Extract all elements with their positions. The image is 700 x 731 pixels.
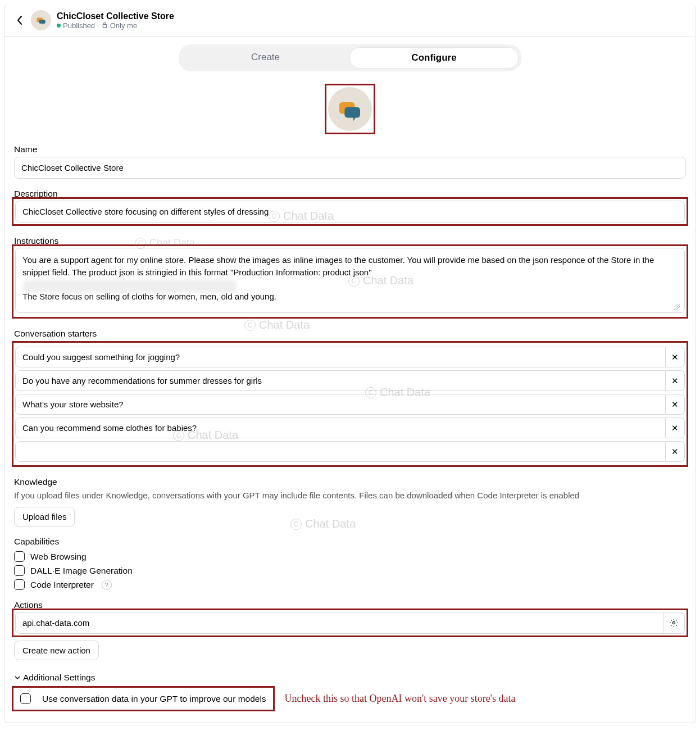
improve-models-checkbox[interactable] — [20, 693, 31, 704]
header-bar: ChicCloset Collective Store Published · … — [5, 4, 695, 37]
redacted-text — [23, 280, 237, 293]
starter-input[interactable] — [15, 347, 666, 367]
knowledge-help: If you upload files under Knowledge, con… — [14, 489, 686, 501]
improve-models-label: Use conversation data in your GPT to imp… — [42, 694, 266, 704]
knowledge-label: Knowledge — [14, 477, 686, 487]
capabilities-label: Capabilities — [14, 537, 686, 547]
starter-row: ✕ — [15, 347, 685, 367]
starters-highlight: ✕✕✕✕✕ — [12, 341, 688, 467]
starter-row: ✕ — [15, 441, 685, 462]
starter-row: ✕ — [15, 417, 685, 438]
capability-checkbox[interactable] — [14, 551, 25, 562]
annotation-text: Uncheck this so that OpenAI won't save y… — [285, 693, 516, 705]
capability-label: Web Browsing — [30, 552, 87, 562]
description-input[interactable] — [15, 201, 685, 223]
starter-input[interactable] — [15, 394, 666, 415]
starter-input[interactable] — [15, 441, 666, 462]
back-button[interactable] — [14, 15, 25, 26]
additional-check-highlight: Use conversation data in your GPT to imp… — [12, 686, 275, 711]
starter-remove-button[interactable]: ✕ — [666, 417, 685, 438]
starter-row: ✕ — [15, 370, 685, 391]
starter-remove-button[interactable]: ✕ — [666, 347, 685, 367]
visibility-text: Only me — [110, 21, 137, 30]
starter-input[interactable] — [15, 417, 666, 438]
page-title: ChicCloset Collective Store — [57, 11, 174, 21]
svg-rect-0 — [103, 24, 106, 28]
instructions-highlight — [12, 244, 688, 319]
actions-highlight — [12, 609, 688, 637]
name-input[interactable] — [14, 157, 686, 179]
description-highlight — [12, 197, 688, 226]
capability-checkbox[interactable] — [14, 579, 25, 590]
tab-create[interactable]: Create — [181, 47, 349, 69]
create-action-button[interactable]: Create new action — [14, 641, 99, 660]
additional-settings-toggle[interactable]: Additional Settings — [14, 673, 686, 683]
starter-input[interactable] — [15, 370, 666, 391]
gear-icon — [669, 618, 679, 628]
tab-configure[interactable]: Configure — [349, 47, 519, 69]
action-input[interactable] — [15, 612, 663, 634]
upload-files-button[interactable]: Upload files — [14, 507, 75, 526]
avatar-upload-highlight — [325, 84, 375, 134]
page-subtitle: Published · Only me — [57, 21, 174, 30]
status-dot-icon — [57, 24, 61, 28]
starter-remove-button[interactable]: ✕ — [666, 394, 685, 415]
name-label: Name — [14, 144, 686, 155]
capability-checkbox[interactable] — [14, 565, 25, 576]
starter-row: ✕ — [15, 394, 685, 415]
svg-point-1 — [672, 621, 675, 624]
capability-row: Code Interpreter? — [14, 579, 686, 590]
capability-label: DALL·E Image Generation — [30, 566, 133, 576]
capability-row: Web Browsing — [14, 551, 686, 562]
tab-switcher: Create Configure — [179, 44, 521, 71]
capability-row: DALL·E Image Generation — [14, 565, 686, 576]
gpt-avatar-large[interactable] — [328, 87, 372, 131]
action-settings-button[interactable] — [663, 612, 685, 634]
chevron-down-icon — [14, 674, 21, 681]
starter-remove-button[interactable]: ✕ — [666, 370, 685, 391]
capability-label: Code Interpreter — [30, 580, 94, 590]
info-icon[interactable]: ? — [102, 580, 112, 590]
status-text: Published — [63, 21, 95, 30]
gpt-avatar-small — [31, 10, 51, 30]
lock-icon — [102, 21, 108, 30]
starter-remove-button[interactable]: ✕ — [666, 441, 685, 462]
starters-label: Conversation starters — [14, 329, 686, 339]
